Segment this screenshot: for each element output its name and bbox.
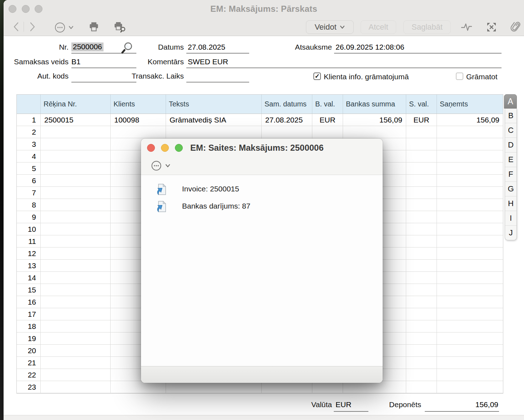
side-tab-c[interactable]: C xyxy=(505,123,517,138)
gramatot-checkbox[interactable] xyxy=(456,72,463,80)
table-cell[interactable]: 27.08.2025 xyxy=(261,114,312,126)
side-tab-d[interactable]: D xyxy=(505,138,517,152)
table-cell[interactable] xyxy=(166,126,261,138)
table-cell[interactable] xyxy=(40,211,110,223)
minimize-button[interactable] xyxy=(161,144,169,152)
table-cell[interactable] xyxy=(406,272,437,284)
table-cell[interactable] xyxy=(40,369,110,381)
column-header[interactable]: S. val. xyxy=(406,95,437,114)
komentars-input[interactable]: SWED EUR xyxy=(188,58,228,66)
side-tab-j[interactable]: J xyxy=(505,225,517,240)
table-cell[interactable] xyxy=(437,223,503,235)
table-row[interactable]: 2 xyxy=(17,126,503,138)
table-cell[interactable] xyxy=(40,308,110,320)
table-cell[interactable] xyxy=(110,126,166,138)
operations-menu-button[interactable] xyxy=(54,21,74,34)
table-cell[interactable]: Grāmatvediș SIA xyxy=(166,114,261,126)
print-button[interactable] xyxy=(89,21,99,32)
klienta-info-checkbox[interactable]: ✓ xyxy=(313,72,321,80)
table-cell[interactable] xyxy=(437,175,503,186)
table-cell[interactable]: 100098 xyxy=(110,114,166,126)
table-cell[interactable] xyxy=(437,187,503,199)
attachments-button[interactable] xyxy=(508,19,524,36)
close-button[interactable] xyxy=(147,144,155,152)
table-cell[interactable] xyxy=(437,369,503,381)
create-button[interactable]: Veidot xyxy=(306,20,354,34)
table-cell[interactable] xyxy=(406,296,437,308)
table-cell[interactable] xyxy=(40,357,110,369)
table-cell[interactable] xyxy=(406,248,437,259)
nr-input[interactable]: 2500006 xyxy=(71,42,104,51)
table-cell[interactable] xyxy=(40,381,110,393)
table-cell[interactable]: 156,09 xyxy=(343,114,406,126)
table-cell[interactable] xyxy=(40,150,110,162)
table-cell[interactable] xyxy=(40,320,110,332)
table-cell[interactable] xyxy=(437,211,503,223)
zoom-button[interactable] xyxy=(175,144,183,152)
table-cell[interactable] xyxy=(406,150,437,162)
datums-input[interactable]: 27.08.2025 xyxy=(188,43,225,51)
table-cell[interactable] xyxy=(406,357,437,369)
column-header[interactable]: Rēķina Nr. xyxy=(40,95,110,114)
table-row[interactable]: 12500015100098Grāmatvediș SIA27.08.2025E… xyxy=(17,114,503,126)
table-cell[interactable] xyxy=(40,260,110,271)
table-cell[interactable] xyxy=(406,308,437,320)
table-cell[interactable] xyxy=(40,187,110,199)
table-cell[interactable] xyxy=(406,199,437,211)
table-cell[interactable] xyxy=(406,211,437,223)
table-cell[interactable] xyxy=(406,369,437,381)
table-cell[interactable] xyxy=(437,345,503,356)
table-cell[interactable]: 2500015 xyxy=(40,114,110,126)
table-cell[interactable] xyxy=(437,150,503,162)
side-tab-e[interactable]: E xyxy=(505,152,517,167)
column-header[interactable]: Klients xyxy=(110,95,166,114)
table-cell[interactable] xyxy=(406,320,437,332)
table-cell[interactable] xyxy=(437,126,503,138)
table-cell[interactable] xyxy=(406,162,437,174)
side-tab-b[interactable]: B xyxy=(505,109,517,123)
column-header[interactable]: Bankas summa xyxy=(343,95,406,114)
table-cell[interactable] xyxy=(437,308,503,320)
table-cell[interactable] xyxy=(406,126,437,138)
table-cell[interactable] xyxy=(406,138,437,150)
table-cell[interactable] xyxy=(40,272,110,284)
table-cell[interactable] xyxy=(406,187,437,199)
table-row[interactable]: 23 xyxy=(17,381,503,393)
link-item[interactable]: Invoice: 2500015 xyxy=(141,184,383,200)
table-cell[interactable] xyxy=(406,175,437,186)
table-cell[interactable]: EUR xyxy=(312,114,343,126)
side-tab-i[interactable]: I xyxy=(505,211,517,225)
valuta-input[interactable]: EUR xyxy=(336,400,351,409)
side-tab-a-selected[interactable]: A xyxy=(504,94,517,109)
print-preview-button[interactable] xyxy=(114,21,126,33)
table-cell[interactable] xyxy=(40,199,110,211)
table-cell[interactable] xyxy=(437,138,503,150)
table-cell[interactable] xyxy=(406,235,437,247)
column-header[interactable]: Teksts xyxy=(166,95,261,114)
side-tab-f[interactable]: F xyxy=(505,167,517,181)
table-cell[interactable]: 156,09 xyxy=(437,114,503,126)
table-cell[interactable] xyxy=(40,223,110,235)
expand-button[interactable] xyxy=(486,22,497,32)
table-cell[interactable] xyxy=(40,175,110,186)
side-tab-g[interactable]: G xyxy=(505,181,517,196)
table-cell[interactable] xyxy=(437,332,503,344)
operations-menu-button[interactable] xyxy=(151,160,171,171)
table-cell[interactable] xyxy=(437,320,503,332)
side-tab-h[interactable]: H xyxy=(505,196,517,211)
table-cell[interactable] xyxy=(406,332,437,344)
table-cell[interactable] xyxy=(40,284,110,296)
table-cell[interactable] xyxy=(406,260,437,271)
table-cell[interactable] xyxy=(40,345,110,356)
forward-button[interactable] xyxy=(27,21,37,32)
table-cell[interactable] xyxy=(40,332,110,344)
back-button[interactable] xyxy=(11,21,21,32)
table-cell[interactable] xyxy=(406,345,437,356)
table-cell[interactable] xyxy=(261,126,312,138)
paste-special-button[interactable] xyxy=(121,41,136,54)
table-cell[interactable]: EUR xyxy=(406,114,437,126)
table-cell[interactable] xyxy=(406,223,437,235)
table-cell[interactable] xyxy=(40,138,110,150)
table-cell[interactable] xyxy=(437,162,503,174)
table-cell[interactable] xyxy=(312,126,343,138)
